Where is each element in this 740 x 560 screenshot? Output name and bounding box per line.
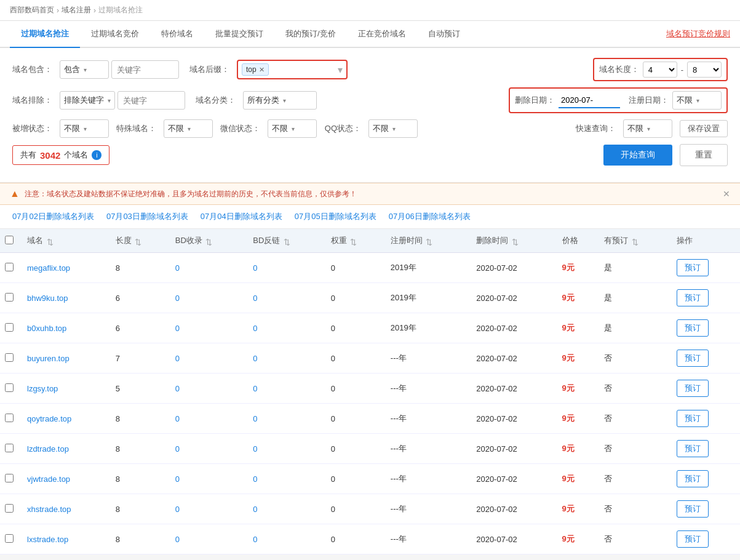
row-checkbox-7[interactable] (5, 474, 14, 482)
tab-my-preorder[interactable]: 我的预订/竞价 (274, 21, 347, 48)
breadcrumb-reg[interactable]: 域名注册 (62, 5, 91, 15)
date-nav-0706[interactable]: 07月06日删除域名列表 (389, 211, 471, 222)
domain-suffix-close-icon[interactable]: ✕ (259, 66, 265, 74)
row-bd-link-3[interactable]: 0 (248, 343, 325, 374)
qq-select[interactable]: 不限 (368, 119, 418, 138)
row-bd-link-6[interactable]: 0 (248, 434, 325, 464)
domain-link-0[interactable]: megaflix.top (27, 263, 70, 273)
row-bd-link-7[interactable]: 0 (248, 464, 325, 494)
row-bd-index-6[interactable]: 0 (170, 434, 248, 464)
domain-link-8[interactable]: xhstrade.top (27, 505, 71, 514)
tab-expired-bid[interactable]: 过期域名竞价 (80, 21, 150, 48)
domain-exclude-type[interactable]: 排除关键字 (60, 91, 115, 110)
row-bd-link-5[interactable]: 0 (248, 404, 325, 434)
sort-bd-index-icon[interactable]: ⇅ (205, 238, 213, 245)
row-checkbox-0[interactable] (5, 263, 14, 271)
domain-suffix-box[interactable]: top ✕ ▾ (237, 60, 348, 79)
row-bd-index-1[interactable]: 0 (170, 283, 248, 313)
breadcrumb-home[interactable]: 西部数码首页 (10, 5, 54, 15)
domain-include-input[interactable] (111, 60, 179, 79)
row-bd-link-2[interactable]: 0 (248, 313, 325, 343)
tab-auto-preorder[interactable]: 自动预订 (417, 21, 471, 48)
bid-rules-link[interactable]: 域名预订竞价规则 (666, 21, 730, 47)
quick-query-select[interactable]: 不限 (623, 119, 672, 138)
domain-link-5[interactable]: qoytrade.top (27, 414, 71, 423)
book-button-1[interactable]: 预订 (677, 289, 709, 306)
wechat-select[interactable]: 不限 (268, 119, 317, 138)
special-select[interactable]: 不限 (164, 119, 213, 138)
book-button-0[interactable]: 预订 (677, 259, 709, 276)
date-nav-0703[interactable]: 07月03日删除域名列表 (106, 211, 188, 222)
search-button[interactable]: 开始查询 (603, 145, 672, 166)
date-nav-0702[interactable]: 07月02日删除域名列表 (12, 211, 94, 222)
domain-exclude-input[interactable] (117, 91, 185, 110)
length-max-select[interactable]: 8910不限 (687, 62, 722, 78)
row-checkbox-5[interactable] (5, 414, 14, 422)
th-bd-link: BD反链 ⇅ (248, 229, 325, 253)
sort-del-icon[interactable]: ⇅ (512, 238, 519, 245)
row-checkbox-2[interactable] (5, 323, 14, 332)
row-bd-index-4[interactable]: 0 (170, 374, 248, 404)
row-bd-link-8[interactable]: 0 (248, 494, 325, 524)
row-del-time-1: 2020-07-02 (471, 283, 557, 313)
book-button-8[interactable]: 预订 (677, 500, 709, 518)
book-button-5[interactable]: 预订 (677, 410, 709, 427)
book-button-7[interactable]: 预订 (677, 470, 709, 487)
book-button-9[interactable]: 预订 (677, 530, 709, 548)
domain-category-select[interactable]: 所有分类 (243, 91, 317, 110)
row-bd-index-5[interactable]: 0 (170, 404, 248, 434)
row-bd-link-0[interactable]: 0 (248, 253, 325, 283)
domain-link-7[interactable]: vjwtrade.top (27, 474, 70, 484)
row-checkbox-1[interactable] (5, 293, 14, 302)
reset-button[interactable]: 重置 (680, 144, 728, 166)
save-settings-button[interactable]: 保存设置 (680, 120, 728, 137)
tab-special-domain[interactable]: 特价域名 (150, 21, 204, 48)
row-checkbox-4[interactable] (5, 383, 14, 392)
row-bd-index-8[interactable]: 0 (170, 494, 248, 524)
row-bd-index-3[interactable]: 0 (170, 343, 248, 374)
domain-link-9[interactable]: lxstrade.top (27, 535, 68, 544)
domain-link-4[interactable]: lzgsy.top (27, 384, 58, 393)
sort-booked-icon[interactable]: ⇅ (632, 238, 639, 245)
row-bd-index-2[interactable]: 0 (170, 313, 248, 343)
domain-suffix-tag[interactable]: top ✕ (242, 63, 269, 76)
row-bd-link-1[interactable]: 0 (248, 283, 325, 313)
warning-close-icon[interactable]: ✕ (723, 189, 730, 199)
info-icon[interactable]: i (92, 150, 101, 160)
row-checkbox-9[interactable] (5, 534, 14, 543)
row-checkbox-3[interactable] (5, 353, 14, 362)
row-checkbox-6[interactable] (5, 444, 14, 452)
domain-include-type[interactable]: 包含 (60, 60, 109, 79)
book-button-6[interactable]: 预订 (677, 440, 709, 457)
sort-length-icon[interactable]: ⇅ (135, 238, 142, 245)
sort-reg-icon[interactable]: ⇅ (426, 238, 433, 245)
domain-link-2[interactable]: b0xuhb.top (27, 324, 66, 333)
row-bd-index-7[interactable]: 0 (170, 464, 248, 494)
domain-link-6[interactable]: lzdtrade.top (27, 444, 69, 454)
sort-weight-icon[interactable]: ⇅ (350, 238, 357, 245)
date-nav-0704[interactable]: 07月04日删除域名列表 (201, 211, 282, 222)
book-button-2[interactable]: 预订 (677, 319, 709, 337)
book-button-3[interactable]: 预订 (677, 350, 709, 367)
length-min-select[interactable]: 45678不限 (643, 62, 677, 78)
book-button-4[interactable]: 预订 (677, 380, 709, 397)
sort-domain-icon[interactable]: ⇅ (47, 238, 54, 245)
domain-suffix-dropdown-icon[interactable]: ▾ (338, 64, 343, 76)
row-bd-index-9[interactable]: 0 (170, 524, 248, 554)
row-length-0: 8 (111, 253, 170, 283)
tab-batch-preorder[interactable]: 批量提交预订 (204, 21, 274, 48)
domain-link-1[interactable]: bhw9ku.top (27, 294, 68, 303)
date-nav-0705[interactable]: 07月05日删除域名列表 (295, 211, 376, 222)
domain-link-3[interactable]: buyuren.top (27, 354, 70, 363)
select-all-checkbox[interactable] (5, 236, 14, 244)
tab-expired-snap[interactable]: 过期域名抢注 (10, 21, 80, 48)
tab-in-bid[interactable]: 正在竞价域名 (347, 21, 417, 48)
delete-date-input[interactable] (559, 92, 620, 108)
row-bd-index-0[interactable]: 0 (170, 253, 248, 283)
sort-bd-link-icon[interactable]: ⇅ (284, 238, 291, 245)
row-bd-link-4[interactable]: 0 (248, 374, 325, 404)
row-bd-link-9[interactable]: 0 (248, 524, 325, 554)
row-checkbox-8[interactable] (5, 504, 14, 513)
blocked-select[interactable]: 不限 (60, 119, 109, 138)
register-date-select[interactable]: 不限 (672, 91, 722, 110)
